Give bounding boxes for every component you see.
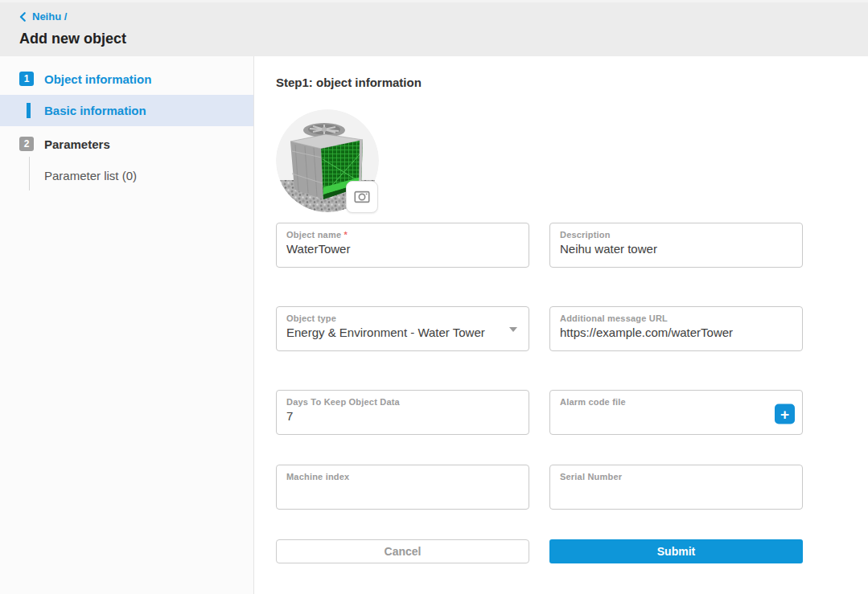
sidebar-item-basic-information[interactable]: Basic information — [0, 95, 253, 126]
step-1-badge: 1 — [19, 72, 34, 86]
description-input[interactable] — [560, 242, 792, 256]
field-object-name: Object name * — [276, 223, 529, 268]
field-additional-message-url: Additional message URL — [549, 306, 803, 351]
upload-photo-button[interactable] — [346, 181, 378, 213]
add-alarm-code-file-button[interactable]: + — [775, 404, 795, 424]
field-days-to-keep: Days To Keep Object Data — [276, 390, 529, 435]
field-machine-index: Machine index — [276, 465, 529, 510]
alarm-code-file-label: Alarm code file — [560, 397, 792, 407]
additional-message-url-input[interactable] — [560, 326, 792, 339]
basic-information-label: Basic information — [44, 104, 146, 117]
sidebar-item-parameter-list[interactable]: Parameter list (0) — [0, 165, 253, 186]
days-to-keep-input[interactable] — [286, 409, 519, 423]
required-asterisk: * — [341, 230, 348, 240]
steps-sidebar: 1 Object information Basic information 2… — [0, 56, 254, 594]
form-actions: Cancel Submit — [276, 539, 868, 563]
sidebar-step-object-information[interactable]: 1 Object information — [0, 71, 253, 87]
form-row-3: Days To Keep Object Data Alarm code file… — [276, 390, 868, 435]
alarm-code-file-input[interactable] — [560, 409, 792, 423]
step-2-badge: 2 — [19, 137, 34, 151]
caret-down-icon — [509, 327, 517, 332]
object-form: Object name * Description Object type — [276, 223, 868, 563]
machine-index-label: Machine index — [286, 472, 519, 481]
additional-message-url-label: Additional message URL — [560, 313, 792, 323]
sidebar-step-parameters[interactable]: 2 Parameters — [0, 136, 253, 152]
object-name-input[interactable] — [286, 242, 519, 256]
description-label: Description — [560, 230, 792, 240]
object-type-select[interactable] — [286, 326, 500, 339]
days-to-keep-label: Days To Keep Object Data — [286, 397, 519, 407]
content-container: 1 Object information Basic information 2… — [0, 56, 868, 594]
field-object-type: Object type — [276, 306, 529, 351]
page-title: Add new object — [19, 31, 868, 47]
chevron-left-icon — [18, 11, 29, 23]
page-header: Neihu / Add new object — [0, 0, 868, 56]
cancel-button[interactable]: Cancel — [276, 539, 529, 563]
serial-number-label: Serial Number — [560, 472, 792, 481]
main-panel: Step1: object information — [254, 56, 868, 594]
submit-button[interactable]: Submit — [549, 539, 803, 563]
object-image — [276, 109, 381, 212]
serial-number-input[interactable] — [560, 484, 792, 498]
camera-icon — [353, 188, 371, 206]
form-row-4: Machine index Serial Number — [276, 465, 868, 510]
object-type-label: Object type — [286, 313, 519, 323]
form-row-2: Object type Additional message URL — [276, 306, 868, 351]
step-1-label: Object information — [44, 72, 151, 86]
form-row-1: Object name * Description — [276, 223, 868, 268]
breadcrumb-label: Neihu / — [32, 10, 67, 23]
plus-icon: + — [780, 405, 789, 424]
object-name-label: Object name * — [286, 230, 519, 240]
field-alarm-code-file: Alarm code file + — [549, 390, 803, 435]
breadcrumb[interactable]: Neihu / — [18, 10, 67, 23]
field-serial-number: Serial Number — [549, 465, 803, 510]
parameter-list-label: Parameter list (0) — [44, 169, 137, 182]
machine-index-input[interactable] — [286, 484, 519, 498]
step-2-label: Parameters — [44, 137, 110, 151]
section-title: Step1: object information — [276, 76, 868, 89]
field-description: Description — [549, 223, 803, 268]
app-root: Neihu / Add new object 1 Object informat… — [0, 0, 868, 594]
